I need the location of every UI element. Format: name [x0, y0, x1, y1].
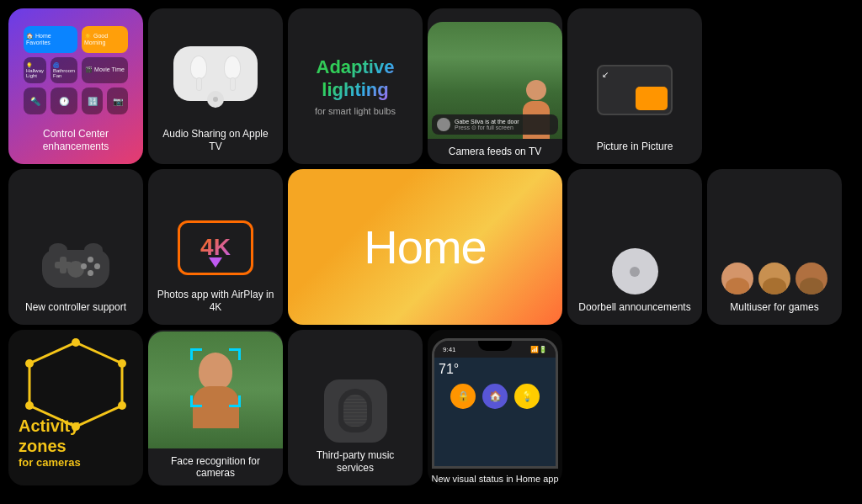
notif-text: Gabe Silva is at the door Press ⊙ for fu… [455, 119, 519, 131]
homepod-mesh [343, 395, 367, 427]
card-activity-zones: Activity zones for cameras [8, 330, 143, 485]
fourk-label: Photos app with AirPlay in 4K [157, 289, 274, 315]
face-recognition-label: Face recognition for cameras [148, 448, 283, 485]
audio-sharing-label: Audio Sharing on Apple TV [157, 128, 274, 154]
pip-label: Picture in Picture [597, 141, 673, 154]
cc-flashlight: 🔦 [24, 88, 46, 114]
camera-feed-visual: Gabe Silva is at the door Press ⊙ for fu… [428, 22, 562, 139]
adaptive-sub: for smart light bulbs [315, 106, 396, 116]
home-icon-light: 💡 [514, 384, 540, 409]
svg-point-5 [25, 401, 34, 410]
card-home: Home [288, 169, 562, 325]
home-icon-lock: 🔒 [450, 384, 476, 409]
homeapp-container: 9:41 📶🔋 71° 🔒 🏠 💡 New visual status in H… [428, 330, 562, 485]
card-third-party-music: Third-party music services [288, 330, 423, 485]
face-corner-bl [190, 395, 202, 407]
adaptive-title: Adaptivelighting [315, 56, 396, 101]
controller-visual [42, 250, 109, 288]
cc-clock: 🕐 [51, 88, 77, 114]
doorbell-visual [612, 248, 658, 294]
cc-good-morning: ☀️ Good Morning [82, 26, 128, 53]
controller-body [42, 250, 109, 288]
card-multiuser: Multiuser for games [707, 169, 842, 325]
face-recognition-overlay [190, 348, 241, 407]
user-avatar-3 [795, 263, 827, 294]
btn-y [88, 257, 93, 263]
pip-main: ↙ [597, 65, 673, 115]
phone-time: 9:41 [443, 346, 456, 353]
adaptive-lighting-text: Adaptivelighting for smart light bulbs [315, 56, 396, 116]
activity-line3: for cameras [19, 456, 81, 469]
user-avatar-1 [721, 263, 753, 294]
activity-text-block: Activity zones for cameras [19, 416, 81, 469]
cc-camera: 📷 [107, 88, 128, 114]
btn-x [81, 263, 87, 269]
fourk-visual: 4K [178, 220, 253, 275]
card-controller: New controller support [8, 169, 143, 325]
phone-temp: 71° [439, 362, 551, 377]
controller-bump-right [84, 243, 103, 257]
svg-marker-0 [29, 342, 122, 427]
card-audio-sharing: Audio Sharing on Apple TV [148, 8, 283, 164]
notif-name: Gabe Silva is at the door [455, 119, 519, 125]
btn-a [88, 270, 93, 276]
multiuser-label: Multiuser for games [730, 301, 818, 315]
phone-content: 71° 🔒 🏠 💡 [434, 358, 556, 466]
cc-hallway: 💡 Hallway Light [24, 57, 46, 84]
controller-bump-left [49, 243, 67, 257]
camera-feeds-label: Camera feeds on TV [442, 139, 549, 164]
home-icon-garage: 🏠 [482, 384, 508, 409]
svg-point-6 [25, 359, 34, 368]
music-visual [324, 379, 387, 443]
card-control-center: 🏠 Home Favorites ☀️ Good Morning 💡 Hallw… [8, 8, 143, 164]
btn-b [94, 263, 100, 269]
doorbell-inner [630, 267, 640, 277]
svg-point-3 [118, 401, 126, 410]
svg-point-1 [72, 338, 80, 347]
main-grid: 🏠 Home Favorites ☀️ Good Morning 💡 Hallw… [0, 0, 862, 504]
notif-sub: Press ⊙ for full screen [455, 125, 519, 131]
control-center-ui: 🏠 Home Favorites ☀️ Good Morning 💡 Hallw… [17, 19, 135, 121]
phone-indicators: 📶🔋 [530, 346, 547, 353]
activity-line2: zones [19, 436, 81, 456]
face-corner-tr [229, 348, 241, 360]
controller-label: New controller support [25, 301, 126, 315]
notif-avatar [437, 118, 450, 131]
controller-dpad [55, 257, 72, 273]
face-recognition-visual [148, 332, 283, 448]
phone-icons-row: 🔒 🏠 💡 [439, 384, 551, 409]
activity-line1: Activity [19, 416, 81, 436]
multiuser-visual [721, 263, 827, 294]
home-title: Home [364, 220, 486, 274]
cc-fan: 🌀 Bathroom Fan [51, 57, 77, 84]
doorbell-label: Doorbell announcements [578, 301, 690, 315]
fourk-frame: 4K [178, 220, 253, 275]
control-center-label: Control Center enhancements [17, 128, 135, 154]
pip-visual: ↙ [576, 46, 694, 135]
pip-arrow-icon: ↙ [602, 70, 609, 79]
svg-point-2 [118, 359, 126, 368]
card-pip: ↙ Picture in Picture [567, 8, 702, 164]
homepod-shape [338, 389, 372, 432]
music-label: Third-party music services [296, 449, 414, 475]
user-avatar-2 [758, 263, 790, 294]
card-4k-airplay: 4K Photos app with AirPlay in 4K [148, 169, 283, 325]
fourk-triangle-icon [209, 257, 222, 268]
face-corner-br [229, 395, 241, 407]
face-corner-tl [190, 348, 202, 360]
cc-home-favorites: 🏠 Home Favorites [24, 26, 77, 53]
controller-abxy [81, 257, 99, 275]
card-camera-feeds: Gabe Silva is at the door Press ⊙ for fu… [428, 8, 562, 164]
phone-frame: 9:41 📶🔋 71° 🔒 🏠 💡 [432, 338, 558, 469]
airpods-visual [157, 26, 274, 121]
homeapp-label: New visual status in Home app [431, 474, 558, 484]
card-adaptive-lighting: Adaptivelighting for smart light bulbs [288, 8, 423, 164]
cc-movie-time: 🎬 Movie Time [82, 57, 128, 84]
user-body-2 [763, 278, 786, 294]
card-doorbell: Doorbell announcements [567, 169, 702, 325]
camera-notification: Gabe Silva is at the door Press ⊙ for fu… [432, 114, 558, 135]
user-body-3 [800, 278, 823, 294]
card-homeapp: 9:41 📶🔋 71° 🔒 🏠 💡 New visual status in H… [428, 330, 562, 485]
pip-small [636, 87, 668, 110]
cc-calc: 🔢 [82, 88, 103, 114]
